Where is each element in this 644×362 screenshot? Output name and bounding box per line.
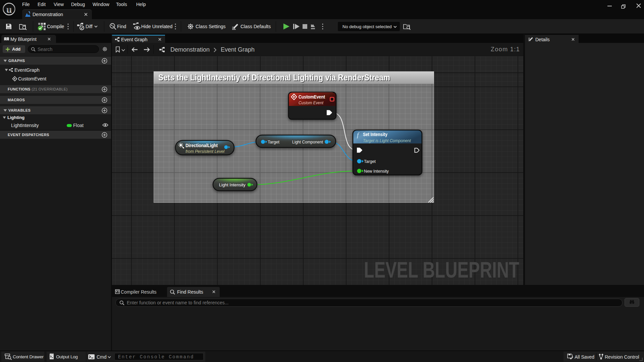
- svg-text:CustomEvent: CustomEvent: [299, 94, 325, 100]
- svg-text:from Persistent Level: from Persistent Level: [185, 149, 225, 154]
- svg-text:u: u: [6, 4, 12, 15]
- svg-text:Set Intensity: Set Intensity: [363, 132, 387, 137]
- svg-text:Target is Light Component: Target is Light Component: [363, 138, 411, 143]
- svg-text:Custom Event: Custom Event: [299, 100, 324, 105]
- svg-text:LEVEL BLUEPRINT: LEVEL BLUEPRINT: [364, 257, 519, 282]
- svg-text:Target: Target: [268, 139, 279, 144]
- svg-text:Target: Target: [364, 159, 376, 164]
- svg-text:New Intensity: New Intensity: [364, 169, 389, 174]
- svg-text:Light Intensity: Light Intensity: [219, 182, 246, 187]
- svg-text:Light Component: Light Component: [292, 139, 323, 144]
- svg-text:Sets the LightIntesntiy of Dir: Sets the LightIntesntiy of Directional L…: [158, 73, 390, 82]
- svg-text:DirectionalLight: DirectionalLight: [185, 143, 218, 148]
